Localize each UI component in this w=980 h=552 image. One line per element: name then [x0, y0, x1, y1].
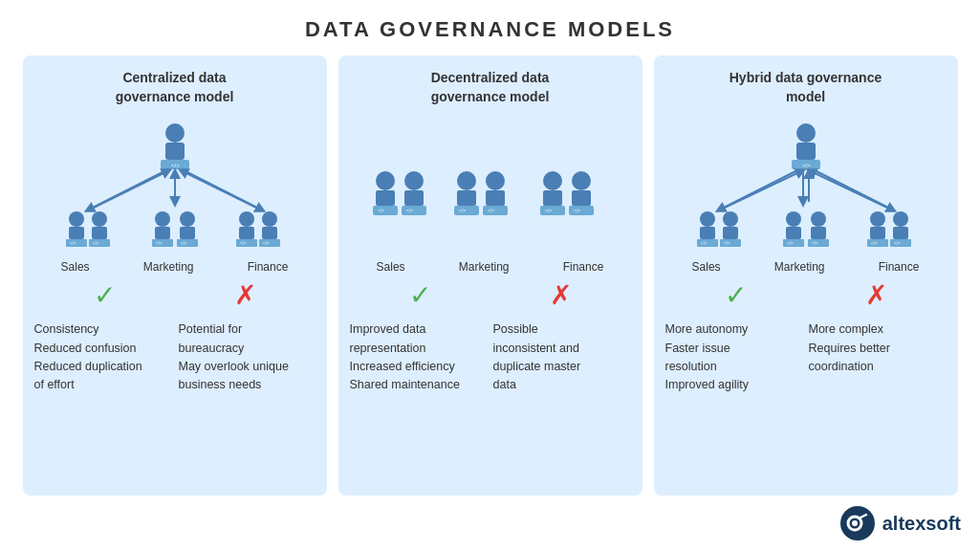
svg-rect-1 [165, 143, 185, 160]
svg-rect-55 [572, 190, 591, 206]
decentralized-pros: Improved data representation Increased e… [350, 320, 488, 395]
page-title: DATA GOVERNANCE MODELS [0, 0, 980, 55]
svg-point-42 [457, 171, 476, 190]
card-centralized-title: Centralized datagovernance model [34, 69, 316, 106]
centralized-pros: Consistency Reduced confusion Reduced du… [34, 320, 171, 395]
svg-text:</>: </> [871, 241, 878, 246]
svg-text:</>: </> [787, 241, 794, 246]
svg-text:</>: </> [701, 241, 708, 246]
dept-label-sales: Sales [377, 260, 405, 274]
card-decentralized: Decentralized datagovernance model </> <… [338, 55, 642, 496]
svg-rect-69 [700, 227, 715, 239]
con-1: Potential for [179, 320, 316, 339]
svg-text:</>: </> [802, 163, 811, 168]
svg-point-88 [893, 211, 908, 227]
brand-name: altexsoft [882, 513, 961, 535]
svg-rect-47 [486, 190, 505, 206]
dept-label-marketing: Marketing [774, 260, 825, 274]
centralized-cons: Potential for bureaucracy May overlook u… [179, 320, 316, 395]
hybrid-dept-labels: Sales Marketing Finance [665, 260, 947, 274]
check-icon: ✓ [409, 279, 431, 311]
svg-rect-11 [69, 227, 84, 239]
centralized-dept-labels: Sales Marketing Finance [34, 260, 316, 274]
svg-rect-27 [239, 227, 254, 239]
hybrid-pros-cons: More autonomy Faster issue resolution Im… [665, 320, 947, 395]
svg-text:</>: </> [181, 241, 187, 246]
svg-rect-35 [376, 190, 395, 206]
pro-3: Increased efficiency [350, 358, 488, 376]
decentralized-dept-labels: Sales Marketing Finance [350, 260, 631, 274]
svg-point-76 [786, 211, 801, 227]
cross-icon: ✗ [865, 279, 887, 311]
centralized-check-cross: ✓ ✗ [34, 279, 316, 311]
dept-label-finance: Finance [248, 260, 289, 274]
pro-2: representation [350, 340, 488, 358]
decentralized-diagram: </> </> </> </> </> [350, 116, 631, 254]
svg-line-9 [183, 171, 256, 208]
svg-rect-19 [155, 227, 170, 239]
svg-line-7 [94, 171, 167, 208]
branding: altexsoft [840, 506, 961, 541]
svg-point-22 [180, 211, 195, 227]
svg-text:</>: </> [406, 208, 413, 213]
svg-point-50 [543, 171, 562, 190]
svg-rect-36 [373, 206, 398, 215]
hybrid-diagram: </> </> [665, 116, 947, 254]
cross-icon: ✗ [234, 279, 256, 311]
dept-label-marketing: Marketing [143, 260, 194, 274]
pro-1: More autonomy [665, 320, 803, 339]
svg-point-58 [796, 123, 816, 143]
svg-rect-43 [457, 190, 476, 206]
con-1: Possible [493, 320, 631, 339]
pro-3: Reduced duplication [34, 358, 171, 376]
svg-point-80 [811, 211, 826, 227]
svg-point-26 [239, 211, 254, 227]
svg-point-84 [870, 211, 885, 227]
decentralized-check-cross: ✓ ✗ [350, 279, 631, 311]
card-hybrid-title: Hybrid data governancemodel [665, 69, 947, 106]
svg-text:</>: </> [171, 163, 180, 168]
svg-rect-56 [569, 206, 594, 215]
check-icon: ✓ [94, 279, 116, 311]
svg-line-63 [725, 171, 801, 208]
svg-rect-23 [180, 227, 195, 239]
svg-rect-77 [786, 227, 801, 239]
pro-1: Consistency [34, 320, 171, 339]
dept-label-sales: Sales [61, 260, 90, 274]
svg-text:</>: </> [156, 241, 163, 246]
pro-4: Shared maintenance [350, 376, 488, 394]
svg-rect-15 [92, 227, 107, 239]
svg-point-34 [376, 171, 395, 190]
svg-text:</>: </> [894, 241, 901, 246]
dept-label-sales: Sales [692, 260, 721, 274]
svg-point-46 [486, 171, 505, 190]
svg-text:</>: </> [378, 208, 384, 213]
decentralized-diagram-svg: </> </> </> </> </> [350, 116, 631, 254]
svg-text:</>: </> [574, 208, 580, 213]
pro-2: Reduced confusion [34, 340, 171, 358]
dept-label-marketing: Marketing [459, 260, 510, 274]
svg-point-30 [262, 211, 277, 227]
svg-rect-85 [870, 227, 885, 239]
brand-logo [840, 506, 875, 541]
svg-rect-81 [811, 227, 826, 239]
centralized-pros-cons: Consistency Reduced confusion Reduced du… [34, 320, 316, 395]
svg-text:</>: </> [488, 208, 494, 213]
hybrid-pros: More autonomy Faster issue resolution Im… [665, 320, 803, 395]
svg-rect-44 [454, 206, 479, 215]
check-icon: ✓ [725, 279, 747, 311]
svg-text:</>: </> [240, 241, 247, 246]
con-2: bureaucracy [179, 340, 316, 358]
svg-point-14 [92, 211, 107, 227]
centralized-diagram: </> [34, 116, 316, 254]
svg-point-72 [723, 211, 738, 227]
con-2: Requires better [809, 340, 947, 358]
card-hybrid: Hybrid data governancemodel </> [654, 55, 958, 496]
decentralized-cons: Possible inconsistent and duplicate mast… [493, 320, 631, 395]
pro-1: Improved data [350, 320, 488, 339]
svg-text:</>: </> [70, 241, 76, 246]
con-1: More complex [809, 320, 947, 339]
pro-4: of effort [34, 376, 171, 394]
cross-icon: ✗ [550, 279, 572, 311]
svg-rect-52 [540, 206, 565, 215]
